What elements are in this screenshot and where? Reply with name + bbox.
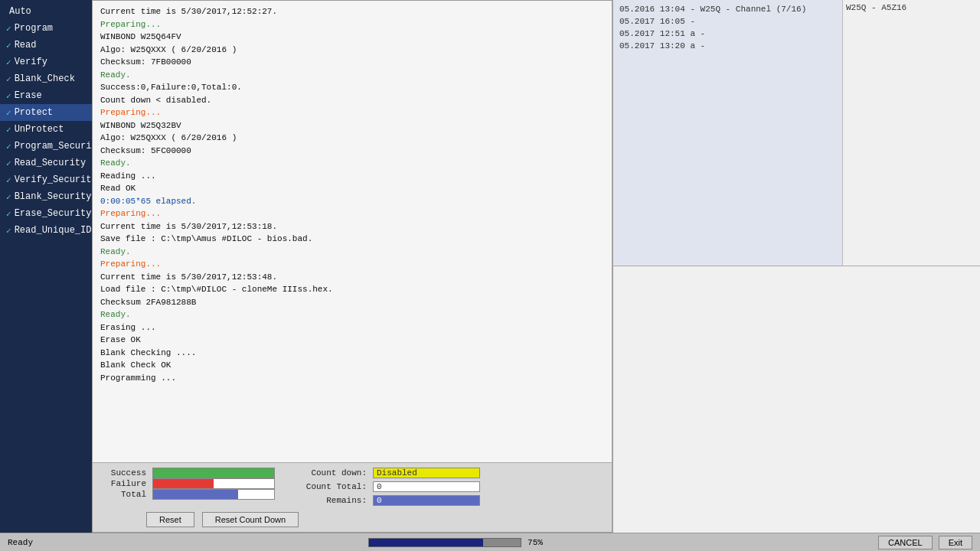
log-line: Success:0,Failure:0,Total:0. (100, 81, 604, 94)
log-line: Algo: W25QXXX ( 6/20/2016 ) (100, 132, 604, 145)
log-line: Programming ... (100, 372, 604, 385)
log-line: Preparing... (100, 207, 604, 220)
sidebar-item-erase[interactable]: ✓ Erase (0, 87, 92, 104)
failure-bar-fill (153, 479, 214, 488)
log-line: Erase OK (100, 334, 604, 347)
log-line: Algo: W25QXXX ( 6/20/2016 ) (100, 44, 604, 57)
count-total-label: Count Total: (305, 482, 367, 491)
verify-security-check: ✓ (6, 175, 11, 185)
log-line: Ready. (100, 308, 604, 321)
log-line: Current time is 5/30/2017,12:52:27. (100, 5, 604, 18)
bottom-status-bar: Ready 75% CANCEL Exit (0, 533, 980, 551)
log-area: Current time is 5/30/2017,12:52:27.Prepa… (93, 1, 612, 462)
count-section: Count down: Disabled Count Total: 0 Rema… (305, 468, 480, 506)
log-line: Current time is 5/30/2017,12:53:18. (100, 220, 604, 233)
right-list-item-2[interactable]: 05.2017 12:51 a - (616, 28, 839, 40)
count-down-row: Count down: Disabled (305, 468, 480, 478)
sidebar-item-unprotect[interactable]: ✓ UnProtect (0, 121, 92, 138)
count-total-row: Count Total: 0 (305, 481, 480, 492)
verify-check: ✓ (6, 57, 11, 67)
failure-label: Failure (100, 479, 146, 488)
right-list-item-0[interactable]: 05.2016 13:04 - W25Q - Channel (7/16) (616, 3, 839, 15)
log-line: Ready. (100, 246, 604, 259)
buttons-row: Reset Reset Count Down (146, 512, 604, 527)
log-line: Erasing ... (100, 321, 604, 334)
failure-progress (152, 478, 275, 489)
count-down-label: Count down: (305, 468, 367, 478)
right-detail: W25Q - A5Z16 (842, 0, 980, 266)
total-progress (152, 489, 275, 500)
exit-button[interactable]: Exit (939, 536, 972, 549)
remains-row: Remains: 0 (305, 495, 480, 506)
unprotect-check: ✓ (6, 125, 11, 135)
log-line: Load file : C:\tmp\#DILOC - cloneMe IIIs… (100, 283, 604, 296)
program-security-check: ✓ (6, 142, 11, 152)
total-label: Total (100, 490, 146, 499)
right-top: 05.2016 13:04 - W25Q - Channel (7/16) 05… (613, 0, 980, 266)
total-row: Total (100, 489, 275, 500)
sidebar-item-read-unique-id[interactable]: ✓ Read_Unique_ID (0, 222, 92, 239)
log-line: Checksum: 7FB00000 (100, 56, 604, 69)
remains-label: Remains: (305, 496, 367, 505)
failure-row: Failure (100, 478, 275, 489)
sidebar-item-verify-security[interactable]: ✓ Verify_Security (0, 171, 92, 188)
erase-check: ✓ (6, 91, 11, 101)
bottom-status-text: Ready (8, 538, 33, 547)
right-list: 05.2016 13:04 - W25Q - Channel (7/16) 05… (613, 0, 842, 266)
sidebar-item-program[interactable]: ✓ Program (0, 20, 92, 37)
log-line: Reading ... (100, 170, 604, 183)
read-unique-id-check: ✓ (6, 226, 11, 236)
sidebar-item-erase-security[interactable]: ✓ Erase_Security (0, 205, 92, 222)
protect-check: ✓ (6, 108, 11, 118)
log-line: Ready. (100, 157, 604, 170)
total-bar-fill (153, 490, 238, 499)
right-list-item-3[interactable]: 05.2017 13:20 a - (616, 40, 839, 52)
log-line: Count down < disabled. (100, 94, 604, 107)
blank-check-check: ✓ (6, 74, 11, 84)
log-line: 0:00:05*65 elapsed. (100, 195, 604, 208)
program-check: ✓ (6, 24, 11, 34)
log-line: WINBOND W25Q64FV (100, 31, 604, 44)
log-line: Current time is 5/30/2017,12:53:48. (100, 271, 604, 284)
bottom-progress-label: 75% (528, 538, 543, 547)
sidebar-item-blank-security[interactable]: ✓ Blank_Security (0, 188, 92, 205)
sidebar-item-read[interactable]: ✓ Read (0, 37, 92, 54)
right-panel: 05.2016 13:04 - W25Q - Channel (7/16) 05… (612, 0, 980, 533)
sidebar-item-protect[interactable]: ✓ Protect (0, 104, 92, 121)
right-list-item-1[interactable]: 05.2017 16:05 - (616, 15, 839, 28)
bottom-progress-bar (368, 538, 521, 547)
count-down-value: Disabled (373, 468, 480, 478)
cancel-button[interactable]: CANCEL (878, 536, 933, 549)
sidebar: Auto ✓ Program ✓ Read ✓ Verify ✓ Blank_C… (0, 0, 92, 533)
success-bar-fill (153, 468, 274, 478)
sidebar-item-blank-check[interactable]: ✓ Blank_Check (0, 70, 92, 87)
blank-security-check: ✓ (6, 192, 11, 202)
log-line: Read OK (100, 182, 604, 195)
center-panel: Current time is 5/30/2017,12:52:27.Prepa… (92, 0, 612, 533)
log-line: Blank Check OK (100, 359, 604, 372)
sidebar-item-auto[interactable]: Auto (0, 3, 92, 20)
erase-security-check: ✓ (6, 209, 11, 219)
bottom-progress-fill (369, 539, 483, 546)
sidebar-item-read-security[interactable]: ✓ Read_Security (0, 155, 92, 171)
log-line: Checksum: 5FC00000 (100, 145, 604, 158)
read-check: ✓ (6, 41, 11, 51)
success-progress (152, 468, 275, 478)
status-bar: Success Failure Total (93, 462, 612, 532)
log-line: Preparing... (100, 258, 604, 271)
sidebar-item-verify[interactable]: ✓ Verify (0, 54, 92, 70)
count-total-value: 0 (373, 481, 480, 492)
success-row: Success (100, 468, 275, 478)
log-line: Blank Checking .... (100, 347, 604, 360)
main-container: Auto ✓ Program ✓ Read ✓ Verify ✓ Blank_C… (0, 0, 980, 533)
reset-count-down-button[interactable]: Reset Count Down (202, 512, 299, 527)
success-label: Success (100, 468, 146, 478)
remains-value: 0 (373, 495, 480, 506)
log-line: Checksum 2FA981288B (100, 296, 604, 309)
log-line: Save file : C:\tmp\Amus #DILOC - bios.ba… (100, 233, 604, 246)
sidebar-item-program-security[interactable]: ✓ Program_Securi (0, 138, 92, 155)
right-bottom (613, 266, 980, 533)
log-line: Preparing... (100, 18, 604, 31)
reset-button[interactable]: Reset (146, 512, 194, 527)
read-security-check: ✓ (6, 158, 11, 168)
